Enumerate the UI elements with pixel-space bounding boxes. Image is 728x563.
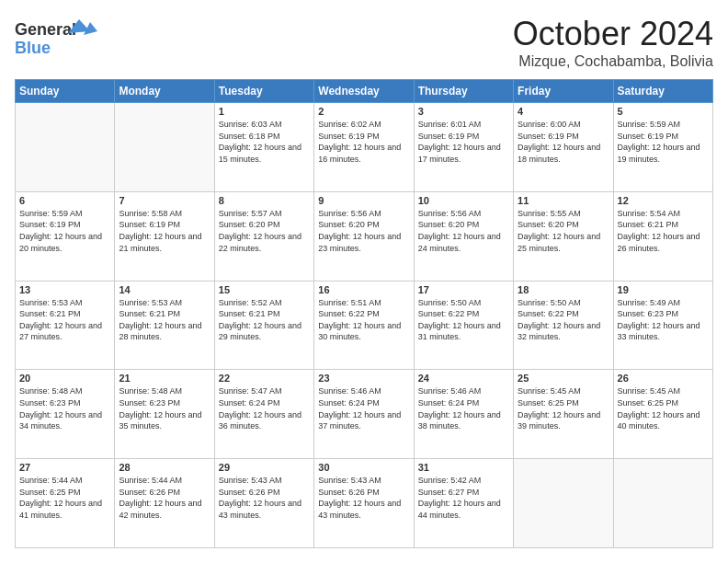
calendar-cell: 18Sunrise: 5:50 AM Sunset: 6:22 PM Dayli… xyxy=(514,281,613,370)
calendar-cell: 3Sunrise: 6:01 AM Sunset: 6:19 PM Daylig… xyxy=(414,103,513,192)
day-info: Sunrise: 5:53 AM Sunset: 6:21 PM Dayligh… xyxy=(119,297,210,343)
calendar-cell: 25Sunrise: 5:45 AM Sunset: 6:25 PM Dayli… xyxy=(514,370,613,459)
logo-svg: General Blue xyxy=(15,15,97,61)
day-number: 26 xyxy=(618,373,709,384)
logo: General Blue xyxy=(15,15,97,61)
day-info: Sunrise: 5:44 AM Sunset: 6:25 PM Dayligh… xyxy=(19,475,110,521)
calendar-cell: 24Sunrise: 5:46 AM Sunset: 6:24 PM Dayli… xyxy=(414,370,513,459)
day-number: 19 xyxy=(618,284,709,295)
day-number: 22 xyxy=(219,373,310,384)
day-number: 7 xyxy=(119,195,210,206)
day-info: Sunrise: 5:50 AM Sunset: 6:22 PM Dayligh… xyxy=(418,297,509,343)
day-number: 27 xyxy=(19,462,110,473)
week-row-3: 13Sunrise: 5:53 AM Sunset: 6:21 PM Dayli… xyxy=(16,281,713,370)
calendar-cell: 21Sunrise: 5:48 AM Sunset: 6:23 PM Dayli… xyxy=(115,370,214,459)
title-block: October 2024 Mizque, Cochabamba, Bolivia xyxy=(513,15,713,70)
day-info: Sunrise: 5:44 AM Sunset: 6:26 PM Dayligh… xyxy=(119,475,210,521)
svg-text:General: General xyxy=(15,20,76,39)
day-header-thursday: Thursday xyxy=(414,80,513,103)
day-number: 16 xyxy=(318,284,409,295)
day-number: 28 xyxy=(119,462,210,473)
day-info: Sunrise: 5:45 AM Sunset: 6:25 PM Dayligh… xyxy=(618,385,709,431)
calendar-cell: 12Sunrise: 5:54 AM Sunset: 6:21 PM Dayli… xyxy=(613,191,712,281)
calendar-cell xyxy=(115,103,214,192)
day-info: Sunrise: 5:56 AM Sunset: 6:20 PM Dayligh… xyxy=(418,208,509,254)
calendar-cell: 5Sunrise: 5:59 AM Sunset: 6:19 PM Daylig… xyxy=(613,103,712,192)
calendar-cell: 31Sunrise: 5:42 AM Sunset: 6:27 PM Dayli… xyxy=(414,459,513,548)
day-info: Sunrise: 5:52 AM Sunset: 6:21 PM Dayligh… xyxy=(219,297,310,343)
day-number: 24 xyxy=(418,373,509,384)
day-number: 1 xyxy=(219,106,310,117)
day-info: Sunrise: 5:43 AM Sunset: 6:26 PM Dayligh… xyxy=(318,475,409,521)
day-info: Sunrise: 5:51 AM Sunset: 6:22 PM Dayligh… xyxy=(318,297,409,343)
header: General Blue October 2024 Mizque, Cochab… xyxy=(15,15,713,70)
location: Mizque, Cochabamba, Bolivia xyxy=(513,53,713,70)
day-info: Sunrise: 5:49 AM Sunset: 6:23 PM Dayligh… xyxy=(618,297,709,343)
day-info: Sunrise: 5:59 AM Sunset: 6:19 PM Dayligh… xyxy=(19,208,110,254)
week-row-5: 27Sunrise: 5:44 AM Sunset: 6:25 PM Dayli… xyxy=(16,459,713,548)
calendar-cell: 10Sunrise: 5:56 AM Sunset: 6:20 PM Dayli… xyxy=(414,191,513,281)
calendar-cell: 8Sunrise: 5:57 AM Sunset: 6:20 PM Daylig… xyxy=(214,191,313,281)
calendar-cell: 22Sunrise: 5:47 AM Sunset: 6:24 PM Dayli… xyxy=(214,370,313,459)
day-info: Sunrise: 5:48 AM Sunset: 6:23 PM Dayligh… xyxy=(119,385,210,431)
day-number: 18 xyxy=(518,284,609,295)
day-number: 13 xyxy=(19,284,110,295)
day-header-friday: Friday xyxy=(514,80,613,103)
day-info: Sunrise: 6:03 AM Sunset: 6:18 PM Dayligh… xyxy=(219,119,310,165)
calendar-cell: 13Sunrise: 5:53 AM Sunset: 6:21 PM Dayli… xyxy=(16,281,115,370)
day-info: Sunrise: 5:43 AM Sunset: 6:26 PM Dayligh… xyxy=(219,475,310,521)
day-number: 25 xyxy=(518,373,609,384)
day-info: Sunrise: 6:01 AM Sunset: 6:19 PM Dayligh… xyxy=(418,119,509,165)
day-info: Sunrise: 5:58 AM Sunset: 6:19 PM Dayligh… xyxy=(119,208,210,254)
month-title: October 2024 xyxy=(513,15,713,53)
calendar-cell: 9Sunrise: 5:56 AM Sunset: 6:20 PM Daylig… xyxy=(314,191,414,281)
day-number: 17 xyxy=(418,284,509,295)
day-number: 31 xyxy=(418,462,509,473)
calendar-cell: 23Sunrise: 5:46 AM Sunset: 6:24 PM Dayli… xyxy=(314,370,414,459)
page: General Blue October 2024 Mizque, Cochab… xyxy=(0,0,728,563)
calendar-cell: 15Sunrise: 5:52 AM Sunset: 6:21 PM Dayli… xyxy=(214,281,313,370)
day-info: Sunrise: 5:46 AM Sunset: 6:24 PM Dayligh… xyxy=(318,385,409,431)
day-number: 14 xyxy=(119,284,210,295)
day-number: 20 xyxy=(19,373,110,384)
calendar-cell xyxy=(514,459,613,548)
calendar-cell: 11Sunrise: 5:55 AM Sunset: 6:20 PM Dayli… xyxy=(514,191,613,281)
day-number: 3 xyxy=(418,106,509,117)
day-number: 5 xyxy=(618,106,709,117)
day-header-monday: Monday xyxy=(115,80,214,103)
day-number: 6 xyxy=(19,195,110,206)
calendar-cell: 29Sunrise: 5:43 AM Sunset: 6:26 PM Dayli… xyxy=(214,459,313,548)
calendar-cell: 6Sunrise: 5:59 AM Sunset: 6:19 PM Daylig… xyxy=(16,191,115,281)
day-number: 8 xyxy=(219,195,310,206)
day-number: 15 xyxy=(219,284,310,295)
day-number: 9 xyxy=(318,195,409,206)
day-number: 23 xyxy=(318,373,409,384)
svg-text:Blue: Blue xyxy=(15,39,51,57)
calendar-cell: 14Sunrise: 5:53 AM Sunset: 6:21 PM Dayli… xyxy=(115,281,214,370)
day-number: 30 xyxy=(318,462,409,473)
day-number: 2 xyxy=(318,106,409,117)
week-row-1: 1Sunrise: 6:03 AM Sunset: 6:18 PM Daylig… xyxy=(16,103,713,192)
day-number: 10 xyxy=(418,195,509,206)
day-info: Sunrise: 6:02 AM Sunset: 6:19 PM Dayligh… xyxy=(318,119,409,165)
day-number: 21 xyxy=(119,373,210,384)
calendar: SundayMondayTuesdayWednesdayThursdayFrid… xyxy=(15,79,713,548)
day-number: 29 xyxy=(219,462,310,473)
day-info: Sunrise: 5:56 AM Sunset: 6:20 PM Dayligh… xyxy=(318,208,409,254)
day-number: 4 xyxy=(518,106,609,117)
day-info: Sunrise: 5:46 AM Sunset: 6:24 PM Dayligh… xyxy=(418,385,509,431)
day-info: Sunrise: 5:47 AM Sunset: 6:24 PM Dayligh… xyxy=(219,385,310,431)
calendar-cell: 27Sunrise: 5:44 AM Sunset: 6:25 PM Dayli… xyxy=(16,459,115,548)
calendar-cell: 28Sunrise: 5:44 AM Sunset: 6:26 PM Dayli… xyxy=(115,459,214,548)
day-info: Sunrise: 6:00 AM Sunset: 6:19 PM Dayligh… xyxy=(518,119,609,165)
calendar-cell: 1Sunrise: 6:03 AM Sunset: 6:18 PM Daylig… xyxy=(214,103,313,192)
day-info: Sunrise: 5:57 AM Sunset: 6:20 PM Dayligh… xyxy=(219,208,310,254)
day-info: Sunrise: 5:54 AM Sunset: 6:21 PM Dayligh… xyxy=(618,208,709,254)
calendar-cell xyxy=(16,103,115,192)
calendar-cell: 16Sunrise: 5:51 AM Sunset: 6:22 PM Dayli… xyxy=(314,281,414,370)
calendar-cell: 2Sunrise: 6:02 AM Sunset: 6:19 PM Daylig… xyxy=(314,103,414,192)
calendar-cell: 4Sunrise: 6:00 AM Sunset: 6:19 PM Daylig… xyxy=(514,103,613,192)
day-info: Sunrise: 5:48 AM Sunset: 6:23 PM Dayligh… xyxy=(19,385,110,431)
day-number: 12 xyxy=(618,195,709,206)
day-info: Sunrise: 5:42 AM Sunset: 6:27 PM Dayligh… xyxy=(418,475,509,521)
